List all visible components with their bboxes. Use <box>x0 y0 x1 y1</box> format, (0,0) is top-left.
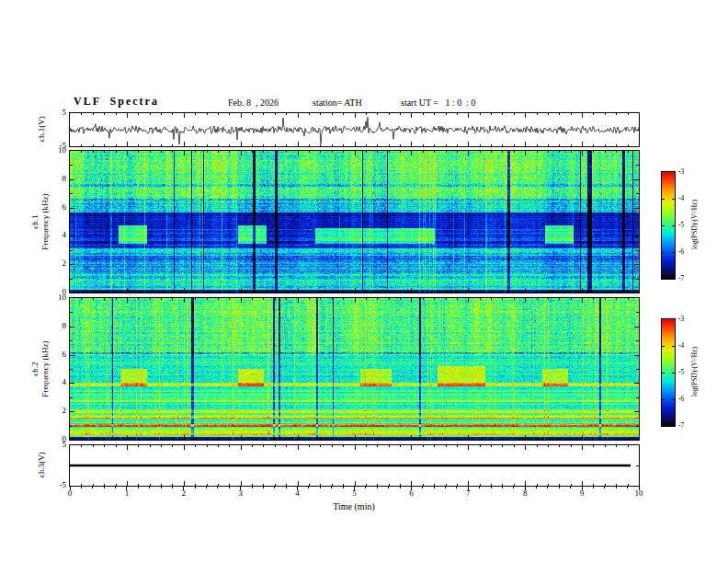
x-axis-tick <box>149 487 150 488</box>
x-axis-tick <box>115 487 116 488</box>
chart-title: VLF Spectra <box>74 95 159 109</box>
x-axis-tick <box>308 487 309 488</box>
y-tick-label: 4 <box>46 377 66 386</box>
vlf-spectra-figure: VLF Spectra Feb. 8 , 2026 station= ATH s… <box>0 0 728 563</box>
ch1-axis-line1: ch.1 <box>30 153 40 291</box>
x-axis-tick <box>195 487 196 488</box>
x-axis-tick <box>70 487 71 490</box>
colorbar-tick-label: -5 <box>678 368 684 376</box>
x-axis-tick <box>320 487 321 488</box>
colorbar1-label: log(PSD)/(V²/Hz) <box>690 178 700 270</box>
y-tick-label: 5 <box>46 108 66 117</box>
x-axis-tick <box>217 487 218 488</box>
ch1-spectrogram-panel <box>69 150 640 293</box>
x-axis-tick <box>206 487 207 488</box>
ch2-colorbar <box>661 318 676 427</box>
x-axis-tick <box>593 487 594 488</box>
colorbar-tick-label: -5 <box>678 221 684 229</box>
colorbar-tick-label: -4 <box>678 194 684 202</box>
start-ut-label: start UT = 1 : 0 : 0 <box>401 98 476 108</box>
x-axis-tick <box>104 487 105 488</box>
colorbar2-label: log(PSD)/(V²/Hz) <box>690 326 700 418</box>
y-tick-label: 2 <box>46 406 66 415</box>
x-axis-tick <box>229 487 230 488</box>
ch2-colorbar-canvas <box>662 319 675 426</box>
x-axis-tick <box>274 487 275 488</box>
station-label: station= ATH <box>313 98 362 108</box>
x-axis-tick <box>297 487 298 490</box>
x-axis-tick <box>81 487 82 488</box>
x-axis-tick <box>479 487 480 488</box>
x-axis-tick <box>365 487 366 488</box>
x-axis-title: Time (min) <box>333 501 374 511</box>
x-axis-tick <box>388 487 389 488</box>
x-axis-tick <box>491 487 492 488</box>
ch1-spectrogram-canvas <box>70 151 639 293</box>
y-tick-label: 8 <box>46 174 66 183</box>
x-axis-tick <box>126 487 127 490</box>
x-axis-tick <box>286 487 287 488</box>
ch1-waveform-panel <box>69 112 640 147</box>
date-label: Feb. 8 , 2026 <box>228 98 279 108</box>
colorbar-tick-label: -7 <box>678 421 684 430</box>
x-axis-tick <box>252 487 253 488</box>
x-axis-tick <box>138 487 139 488</box>
x-axis-tick <box>536 487 537 488</box>
ch3-waveform-canvas <box>70 445 639 486</box>
ch2-spectrogram-canvas <box>70 298 639 440</box>
y-tick-label: 8 <box>46 321 66 330</box>
y-tick-label: 10 <box>46 293 66 302</box>
x-axis-tick <box>411 487 412 490</box>
ch1-colorbar-canvas <box>662 172 675 279</box>
y-tick-label: 6 <box>46 350 66 359</box>
x-axis-tick <box>502 487 503 488</box>
colorbar-tick-label: -6 <box>678 395 684 403</box>
x-axis-tick <box>525 487 526 490</box>
y-tick-label: 5 <box>46 440 66 449</box>
x-axis-tick <box>627 487 628 488</box>
x-axis-tick <box>639 487 640 490</box>
x-axis-tick <box>422 487 423 488</box>
ch2-axis-line1: ch.2 <box>30 300 40 438</box>
y-tick-label: 2 <box>46 259 66 268</box>
x-axis-tick <box>582 487 583 490</box>
y-tick-label: -5 <box>46 480 66 489</box>
x-axis-tick <box>240 487 241 490</box>
x-axis-tick <box>377 487 378 488</box>
x-axis-tick <box>513 487 514 488</box>
x-axis-tick <box>183 487 184 490</box>
colorbar-tick-label: -3 <box>678 167 684 176</box>
y-tick-label: 6 <box>46 202 66 212</box>
x-axis-tick <box>172 487 173 488</box>
ch1-colorbar <box>661 171 676 280</box>
x-axis-tick <box>354 487 355 490</box>
ch1-waveform-canvas <box>70 113 639 146</box>
x-axis-tick <box>400 487 401 488</box>
x-axis-tick <box>456 487 457 488</box>
x-axis-tick <box>445 487 446 488</box>
ch2-spectrogram-panel <box>69 297 640 441</box>
ch3-waveform-panel <box>69 444 640 487</box>
y-tick-label: 10 <box>46 145 66 155</box>
x-axis-tick <box>92 487 93 488</box>
colorbar-tick-label: -4 <box>678 341 684 350</box>
x-axis-tick <box>161 487 162 488</box>
y-tick-label: 4 <box>46 230 66 239</box>
colorbar-tick-label: -3 <box>678 315 684 323</box>
x-axis-tick <box>547 487 548 488</box>
x-axis-tick <box>434 487 435 488</box>
x-axis-tick <box>263 487 264 488</box>
x-axis-tick <box>570 487 571 488</box>
x-axis-tick <box>331 487 332 488</box>
colorbar-tick-label: -6 <box>678 247 684 256</box>
colorbar-tick-label: -7 <box>678 274 684 282</box>
x-axis-tick <box>616 487 617 488</box>
x-axis-tick <box>343 487 344 488</box>
x-axis-tick <box>468 487 469 490</box>
x-axis-tick <box>559 487 560 488</box>
x-axis-tick <box>604 487 605 488</box>
